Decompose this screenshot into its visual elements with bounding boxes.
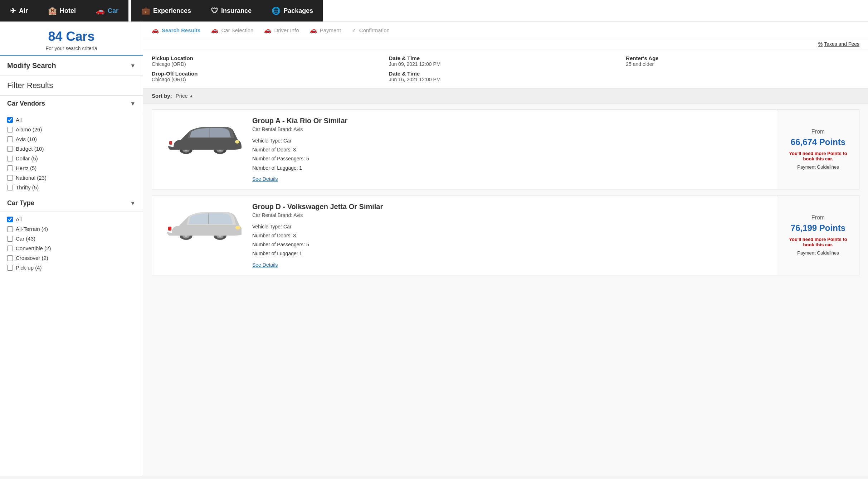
- car-pricing-2: From 76,199 Points You'll need more Poin…: [777, 195, 859, 275]
- nav-tab-car[interactable]: 🚗 Car: [86, 0, 128, 21]
- car-count: 84 Cars: [7, 29, 136, 44]
- vendor-budget-checkbox[interactable]: [7, 146, 13, 152]
- step-car-selection-label: Car Selection: [221, 27, 253, 33]
- type-convertible-label: Convertible (2): [16, 245, 51, 251]
- type-pickup-checkbox[interactable]: [7, 265, 13, 271]
- modify-search-header[interactable]: Modify Search ▼: [7, 62, 136, 70]
- sort-price-option[interactable]: Price ▲: [176, 93, 194, 99]
- air-icon: ✈: [10, 6, 16, 15]
- insurance-icon: 🛡: [211, 7, 218, 15]
- nav-tab-air-label: Air: [19, 7, 28, 15]
- sort-price-label: Price: [176, 93, 188, 99]
- vendor-alamo-checkbox[interactable]: [7, 127, 13, 132]
- car-type-list: All All-Terrain (4) Car (43) Convertible…: [0, 212, 143, 275]
- vendor-dollar-checkbox[interactable]: [7, 156, 13, 161]
- vendor-avis-label: Avis (10): [16, 136, 37, 142]
- payment-guidelines-link-2[interactable]: Payment Guidelines: [797, 250, 839, 256]
- packages-icon: 🌐: [272, 6, 281, 15]
- car-brand-2: Car Rental Brand: Avis: [252, 212, 770, 218]
- dropoff-location-value: Chicago (ORD): [152, 77, 385, 82]
- vendor-thrifty-checkbox[interactable]: [7, 185, 13, 190]
- step-search-results[interactable]: 🚗 Search Results: [152, 27, 200, 34]
- nav-tab-air[interactable]: ✈ Air: [0, 0, 38, 21]
- vendor-national-checkbox[interactable]: [7, 175, 13, 181]
- nav-tabs-left: ✈ Air 🏨 Hotel 🚗 Car: [0, 0, 128, 21]
- type-crossover-label: Crossover (2): [16, 255, 48, 261]
- vendor-avis-checkbox[interactable]: [7, 136, 13, 142]
- vendor-thrifty-label: Thrifty (5): [16, 184, 39, 190]
- car-doors-2: Number of Doors: 3: [252, 231, 770, 240]
- step-driver-info[interactable]: 🚗 Driver Info: [264, 27, 299, 34]
- svg-point-16: [235, 226, 240, 229]
- nav-tab-experiences-label: Experiences: [153, 7, 191, 15]
- sort-arrow-icon: ▲: [189, 93, 194, 98]
- type-allterrain-label: All-Terrain (4): [16, 226, 48, 232]
- step-confirmation[interactable]: ✓ Confirmation: [352, 27, 390, 34]
- nav-tab-insurance[interactable]: 🛡 Insurance: [201, 0, 262, 21]
- vendor-hertz-checkbox[interactable]: [7, 165, 13, 171]
- step-car-selection[interactable]: 🚗 Car Selection: [211, 27, 253, 34]
- car-details-link-2[interactable]: See Details: [252, 262, 278, 268]
- vendor-dollar-label: Dollar (5): [16, 155, 38, 161]
- car-luggage-1: Number of Luggage: 1: [252, 164, 770, 173]
- taxes-fees-link[interactable]: % Taxes and Fees: [818, 41, 859, 47]
- nav-tab-experiences[interactable]: 💼 Experiences: [131, 0, 201, 21]
- from-label-2: From: [811, 214, 825, 221]
- pickup-location-value: Chicago (ORD): [152, 61, 385, 67]
- modify-search-section: Modify Search ▼: [0, 56, 143, 76]
- nav-tab-car-label: Car: [108, 7, 118, 15]
- payment-step-icon: 🚗: [310, 27, 317, 34]
- main-layout: 84 Cars For your search criteria Modify …: [0, 22, 868, 476]
- list-item: Pick-up (4): [0, 263, 143, 272]
- svg-rect-8: [169, 141, 172, 145]
- car-title-1: Group A - Kia Rio Or Similar: [252, 117, 770, 125]
- type-crossover-checkbox[interactable]: [7, 255, 13, 261]
- car-doors-1: Number of Doors: 3: [252, 145, 770, 154]
- type-all-checkbox[interactable]: [7, 217, 13, 222]
- car-card-main-1: Group A - Kia Rio Or Similar Car Rental …: [152, 110, 777, 189]
- step-payment-label: Payment: [320, 27, 341, 33]
- car-passengers-1: Number of Passengers: 5: [252, 154, 770, 163]
- car-icon: 🚗: [96, 6, 105, 15]
- step-payment[interactable]: 🚗 Payment: [310, 27, 341, 34]
- step-search-results-label: Search Results: [162, 27, 200, 33]
- need-more-points-2: You'll need more Points to book this car…: [784, 237, 852, 247]
- svg-point-7: [235, 140, 239, 144]
- list-item: Alamo (26): [0, 125, 143, 134]
- vendor-all-checkbox[interactable]: [7, 117, 13, 123]
- car-vendors-list: All Alamo (26) Avis (10) Budget (10) Dol…: [0, 112, 143, 195]
- car-vendors-header[interactable]: Car Vendors ▼: [0, 96, 143, 112]
- nav-tab-hotel[interactable]: 🏨 Hotel: [38, 0, 86, 21]
- car-card: Group A - Kia Rio Or Similar Car Rental …: [152, 109, 859, 189]
- dropoff-location-group: Drop-Off Location Chicago (ORD): [152, 71, 385, 82]
- car-details-link-1[interactable]: See Details: [252, 176, 278, 182]
- type-car-checkbox[interactable]: [7, 236, 13, 242]
- car-type-header[interactable]: Car Type ▼: [0, 195, 143, 212]
- vendor-hertz-label: Hertz (5): [16, 165, 36, 171]
- nav-tab-hotel-label: Hotel: [60, 7, 76, 15]
- sidebar: 84 Cars For your search criteria Modify …: [0, 22, 143, 476]
- vendor-alamo-label: Alamo (26): [16, 126, 42, 132]
- car-specs-2: Vehicle Type: Car Number of Doors: 3 Num…: [252, 222, 770, 258]
- car-card: Group D - Volkswagen Jetta Or Similar Ca…: [152, 195, 859, 275]
- experiences-icon: 💼: [141, 6, 150, 15]
- list-item: Avis (10): [0, 134, 143, 144]
- type-convertible-checkbox[interactable]: [7, 246, 13, 251]
- modify-search-chevron-icon: ▼: [130, 63, 136, 69]
- top-navigation: ✈ Air 🏨 Hotel 🚗 Car 💼 Experiences 🛡 Insu…: [0, 0, 868, 22]
- sort-bar: Sort by: Price ▲: [143, 88, 868, 103]
- car-image-area-2: [159, 203, 245, 246]
- payment-guidelines-link-1[interactable]: Payment Guidelines: [797, 164, 839, 170]
- nav-tab-packages[interactable]: 🌐 Packages: [262, 0, 323, 21]
- car-selection-step-icon: 🚗: [211, 27, 218, 34]
- driver-info-step-icon: 🚗: [264, 27, 271, 34]
- car-image-area-1: [159, 117, 245, 160]
- type-car-label: Car (43): [16, 236, 35, 242]
- car-vendors-title: Car Vendors: [7, 100, 45, 107]
- list-item: Hertz (5): [0, 163, 143, 173]
- car-type-chevron-icon: ▼: [130, 200, 136, 207]
- need-more-points-1: You'll need more Points to book this car…: [784, 151, 852, 161]
- type-all-label: All: [16, 216, 22, 222]
- list-item: Budget (10): [0, 144, 143, 154]
- type-allterrain-checkbox[interactable]: [7, 226, 13, 232]
